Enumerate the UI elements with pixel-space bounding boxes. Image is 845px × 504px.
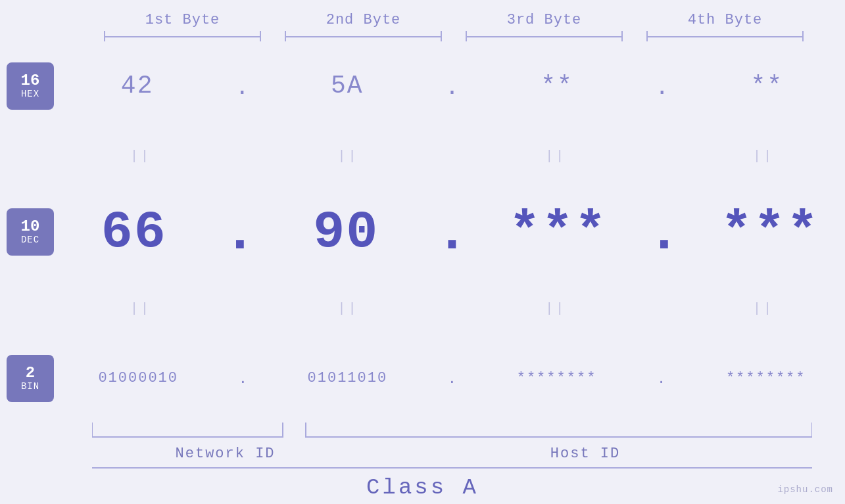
bin-values: 01000010 . 01011010 . ******** . *******… xyxy=(59,370,845,386)
eq-1-4: || xyxy=(704,149,823,164)
network-id-label: Network ID xyxy=(92,446,358,462)
eq-1-1: || xyxy=(82,149,200,164)
class-section xyxy=(0,467,845,469)
bracket-1 xyxy=(104,31,261,43)
bin-dot-3: . xyxy=(656,370,667,386)
hex-val-4: ** xyxy=(708,72,826,100)
eq-2-4: || xyxy=(704,301,823,316)
watermark: ipshu.com xyxy=(777,484,833,495)
eq-2-2: || xyxy=(289,301,408,316)
dec-val-1: 66 xyxy=(75,202,193,262)
rows-wrapper: 16 HEX 42 . 5A . ** . ** xyxy=(0,43,845,421)
hex-val-3: ** xyxy=(498,72,616,100)
eq-1-2: || xyxy=(289,149,408,164)
bottom-labels: Network ID Host ID xyxy=(92,446,812,462)
main-container: 1st Byte 2nd Byte 3rd Byte 4th Byte 16 H… xyxy=(0,0,845,504)
dec-values: 66 . 90 . *** . *** xyxy=(59,202,845,262)
byte-label-4: 4th Byte xyxy=(635,12,815,28)
hex-values: 42 . 5A . ** . ** xyxy=(59,72,845,100)
eq-2-1: || xyxy=(82,301,200,316)
bracket-3 xyxy=(466,31,623,43)
hex-val-1: 42 xyxy=(78,72,197,100)
hex-badge: 16 HEX xyxy=(7,62,54,110)
host-id-label: Host ID xyxy=(358,446,812,462)
eq-strip-2: || || || || xyxy=(0,301,845,316)
bin-dot-1: . xyxy=(237,370,249,386)
bin-badge-label: BIN xyxy=(21,381,39,392)
byte-label-3: 3rd Byte xyxy=(454,12,635,28)
dec-dot-3: . xyxy=(648,204,679,260)
bin-badge-num: 2 xyxy=(26,365,35,381)
class-a-row: Class A xyxy=(366,475,479,500)
bin-badge-spacer: 2 BIN xyxy=(0,355,59,402)
hex-val-2: 5A xyxy=(288,72,406,100)
class-line xyxy=(92,467,812,469)
eq-content-1: || || || || xyxy=(59,149,845,164)
hex-dot-2: . xyxy=(444,73,460,99)
dec-val-4: *** xyxy=(711,202,829,262)
bin-val-4: ******** xyxy=(707,370,825,386)
bracket-4 xyxy=(646,31,804,43)
bin-val-1: 01000010 xyxy=(79,370,197,386)
top-brackets xyxy=(0,31,845,43)
dec-val-2: 90 xyxy=(287,202,405,262)
hex-dot-1: . xyxy=(234,73,250,99)
dec-badge-label: DEC xyxy=(21,235,39,245)
hex-badge-label: HEX xyxy=(21,89,39,99)
dec-badge: 10 DEC xyxy=(7,208,54,256)
bottom-section: Network ID Host ID xyxy=(0,421,845,462)
bin-val-3: ******** xyxy=(498,370,616,386)
bracket-2 xyxy=(285,31,442,43)
byte-label-1: 1st Byte xyxy=(92,12,273,28)
dec-badge-num: 10 xyxy=(21,219,40,235)
eq-strip-1: || || || || xyxy=(0,149,845,164)
dec-dot-2: . xyxy=(437,204,468,260)
dec-dot-1: . xyxy=(224,204,255,260)
bottom-brackets-svg xyxy=(92,421,812,441)
bin-dot-2: . xyxy=(447,370,458,386)
dec-badge-spacer: 10 DEC xyxy=(0,208,59,256)
dec-data-row: 10 DEC 66 . 90 . *** . *** xyxy=(0,202,845,262)
bin-val-2: 01011010 xyxy=(288,370,406,386)
hex-badge-num: 16 xyxy=(21,73,40,89)
class-a-label: Class A xyxy=(366,475,479,500)
eq-2-3: || xyxy=(496,301,615,316)
byte-label-2: 2nd Byte xyxy=(273,12,454,28)
eq-1-3: || xyxy=(496,149,615,164)
byte-labels-row: 1st Byte 2nd Byte 3rd Byte 4th Byte xyxy=(0,0,845,28)
dec-val-3: *** xyxy=(499,202,617,262)
bin-data-row: 2 BIN 01000010 . 01011010 . ******** . * xyxy=(0,355,845,402)
hex-badge-spacer: 16 HEX xyxy=(0,62,59,110)
bin-badge: 2 BIN xyxy=(7,355,54,402)
hex-dot-3: . xyxy=(654,73,669,99)
eq-content-2: || || || || xyxy=(59,301,845,316)
hex-data-row: 16 HEX 42 . 5A . ** . ** xyxy=(0,62,845,110)
